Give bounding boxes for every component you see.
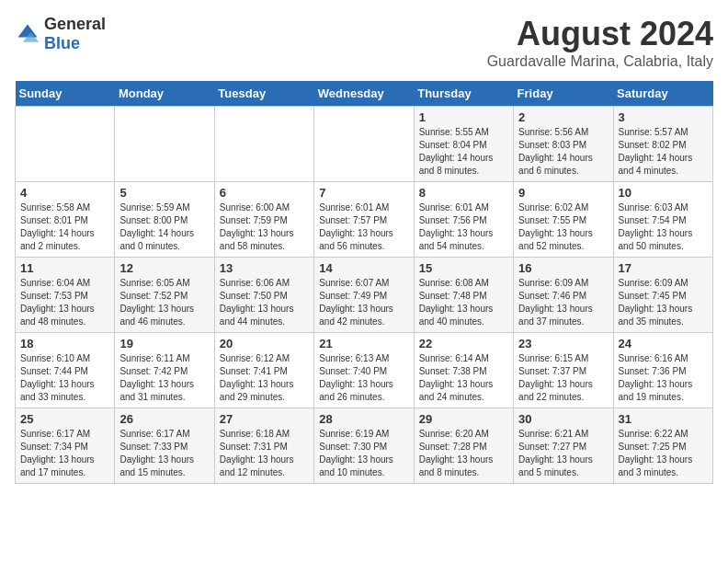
day-info: Sunrise: 6:00 AMSunset: 7:59 PMDaylight:… — [220, 201, 309, 253]
day-number: 1 — [419, 110, 508, 124]
calendar-cell: 15Sunrise: 6:08 AMSunset: 7:48 PMDayligh… — [414, 258, 513, 333]
calendar-cell — [314, 107, 414, 182]
day-info: Sunrise: 6:17 AMSunset: 7:34 PMDaylight:… — [20, 428, 109, 479]
day-info: Sunrise: 6:14 AMSunset: 7:38 PMDaylight:… — [419, 352, 508, 404]
calendar-cell: 26Sunrise: 6:17 AMSunset: 7:33 PMDayligh… — [115, 408, 214, 484]
day-info: Sunrise: 6:21 AMSunset: 7:27 PMDaylight:… — [518, 428, 608, 479]
calendar-cell: 1Sunrise: 5:55 AMSunset: 8:04 PMDaylight… — [414, 107, 513, 182]
day-info: Sunrise: 6:01 AMSunset: 7:56 PMDaylight:… — [419, 201, 508, 253]
column-header-wednesday: Wednesday — [314, 81, 414, 107]
calendar-cell: 21Sunrise: 6:13 AMSunset: 7:40 PMDayligh… — [314, 333, 414, 408]
day-info: Sunrise: 5:56 AMSunset: 8:03 PMDaylight:… — [518, 126, 608, 178]
column-header-sunday: Sunday — [16, 81, 115, 107]
calendar-cell: 28Sunrise: 6:19 AMSunset: 7:30 PMDayligh… — [314, 408, 414, 484]
svg-marker-0 — [18, 25, 38, 38]
calendar-cell: 20Sunrise: 6:12 AMSunset: 7:41 PMDayligh… — [214, 333, 313, 408]
calendar-cell: 24Sunrise: 6:16 AMSunset: 7:36 PMDayligh… — [613, 333, 712, 408]
day-number: 4 — [20, 186, 109, 200]
day-number: 12 — [119, 261, 209, 275]
calendar-cell: 2Sunrise: 5:56 AMSunset: 8:03 PMDaylight… — [514, 107, 613, 182]
day-number: 21 — [319, 337, 408, 350]
day-number: 15 — [419, 261, 508, 275]
day-info: Sunrise: 6:06 AMSunset: 7:50 PMDaylight:… — [220, 277, 309, 328]
calendar-cell: 29Sunrise: 6:20 AMSunset: 7:28 PMDayligh… — [414, 408, 513, 484]
day-number: 23 — [518, 337, 608, 350]
calendar-cell: 12Sunrise: 6:05 AMSunset: 7:52 PMDayligh… — [115, 258, 214, 333]
calendar-cell: 30Sunrise: 6:21 AMSunset: 7:27 PMDayligh… — [514, 408, 613, 484]
day-number: 5 — [119, 186, 209, 200]
day-info: Sunrise: 6:08 AMSunset: 7:48 PMDaylight:… — [419, 277, 508, 328]
calendar-cell: 3Sunrise: 5:57 AMSunset: 8:02 PMDaylight… — [613, 107, 712, 182]
calendar-cell: 22Sunrise: 6:14 AMSunset: 7:38 PMDayligh… — [414, 333, 513, 408]
day-info: Sunrise: 6:15 AMSunset: 7:37 PMDaylight:… — [518, 352, 608, 404]
day-number: 27 — [220, 412, 309, 426]
day-number: 11 — [20, 261, 109, 275]
day-info: Sunrise: 5:57 AMSunset: 8:02 PMDaylight:… — [619, 126, 708, 178]
day-number: 30 — [518, 412, 608, 426]
calendar-cell: 8Sunrise: 6:01 AMSunset: 7:56 PMDaylight… — [414, 182, 513, 258]
calendar-cell: 25Sunrise: 6:17 AMSunset: 7:34 PMDayligh… — [16, 408, 115, 484]
column-header-saturday: Saturday — [613, 81, 712, 107]
day-number: 22 — [419, 337, 508, 350]
calendar-cell: 11Sunrise: 6:04 AMSunset: 7:53 PMDayligh… — [16, 258, 115, 333]
day-info: Sunrise: 6:16 AMSunset: 7:36 PMDaylight:… — [619, 352, 708, 404]
day-number: 10 — [619, 186, 708, 200]
logo-text-general: General — [44, 15, 106, 33]
column-header-monday: Monday — [115, 81, 214, 107]
day-number: 20 — [220, 337, 309, 350]
calendar-cell: 16Sunrise: 6:09 AMSunset: 7:46 PMDayligh… — [514, 258, 613, 333]
day-info: Sunrise: 5:59 AMSunset: 8:00 PMDaylight:… — [119, 201, 209, 253]
day-info: Sunrise: 6:20 AMSunset: 7:28 PMDaylight:… — [419, 428, 508, 479]
day-info: Sunrise: 6:22 AMSunset: 7:25 PMDaylight:… — [619, 428, 708, 479]
title-area: August 2024 Guardavalle Marina, Calabria… — [487, 15, 713, 70]
subtitle: Guardavalle Marina, Calabria, Italy — [487, 53, 713, 70]
calendar-cell: 6Sunrise: 6:00 AMSunset: 7:59 PMDaylight… — [214, 182, 313, 258]
calendar-cell: 4Sunrise: 5:58 AMSunset: 8:01 PMDaylight… — [16, 182, 115, 258]
calendar-cell — [214, 107, 313, 182]
day-number: 24 — [619, 337, 708, 350]
logo-text-blue: Blue — [44, 34, 80, 52]
day-info: Sunrise: 6:19 AMSunset: 7:30 PMDaylight:… — [319, 428, 408, 479]
day-number: 13 — [220, 261, 309, 275]
day-info: Sunrise: 6:09 AMSunset: 7:46 PMDaylight:… — [518, 277, 608, 328]
day-info: Sunrise: 6:10 AMSunset: 7:44 PMDaylight:… — [20, 352, 109, 404]
header: General Blue August 2024 Guardavalle Mar… — [15, 15, 713, 70]
day-number: 2 — [518, 110, 608, 124]
day-info: Sunrise: 6:12 AMSunset: 7:41 PMDaylight:… — [220, 352, 309, 404]
day-info: Sunrise: 6:02 AMSunset: 7:55 PMDaylight:… — [518, 201, 608, 253]
day-number: 25 — [20, 412, 109, 426]
calendar-cell: 10Sunrise: 6:03 AMSunset: 7:54 PMDayligh… — [613, 182, 712, 258]
day-number: 18 — [20, 337, 109, 350]
calendar-cell: 31Sunrise: 6:22 AMSunset: 7:25 PMDayligh… — [613, 408, 712, 484]
day-number: 26 — [119, 412, 209, 426]
calendar-cell: 13Sunrise: 6:06 AMSunset: 7:50 PMDayligh… — [214, 258, 313, 333]
calendar-cell: 5Sunrise: 5:59 AMSunset: 8:00 PMDaylight… — [115, 182, 214, 258]
main-title: August 2024 — [487, 15, 713, 53]
calendar-cell: 18Sunrise: 6:10 AMSunset: 7:44 PMDayligh… — [16, 333, 115, 408]
day-number: 3 — [619, 110, 708, 124]
calendar-cell — [115, 107, 214, 182]
day-info: Sunrise: 6:09 AMSunset: 7:45 PMDaylight:… — [619, 277, 708, 328]
day-info: Sunrise: 5:58 AMSunset: 8:01 PMDaylight:… — [20, 201, 109, 253]
calendar-cell: 27Sunrise: 6:18 AMSunset: 7:31 PMDayligh… — [214, 408, 313, 484]
day-number: 9 — [518, 186, 608, 200]
column-header-tuesday: Tuesday — [214, 81, 313, 107]
day-info: Sunrise: 6:18 AMSunset: 7:31 PMDaylight:… — [220, 428, 309, 479]
day-number: 7 — [319, 186, 408, 200]
day-number: 8 — [419, 186, 508, 200]
day-info: Sunrise: 6:17 AMSunset: 7:33 PMDaylight:… — [119, 428, 209, 479]
day-info: Sunrise: 6:04 AMSunset: 7:53 PMDaylight:… — [20, 277, 109, 328]
calendar-table: SundayMondayTuesdayWednesdayThursdayFrid… — [15, 81, 713, 484]
day-number: 29 — [419, 412, 508, 426]
column-header-thursday: Thursday — [414, 81, 513, 107]
day-info: Sunrise: 5:55 AMSunset: 8:04 PMDaylight:… — [419, 126, 508, 178]
day-info: Sunrise: 6:01 AMSunset: 7:57 PMDaylight:… — [319, 201, 408, 253]
day-number: 28 — [319, 412, 408, 426]
column-header-friday: Friday — [514, 81, 613, 107]
day-number: 31 — [619, 412, 708, 426]
calendar-cell: 23Sunrise: 6:15 AMSunset: 7:37 PMDayligh… — [514, 333, 613, 408]
logo: General Blue — [15, 15, 106, 53]
calendar-cell: 7Sunrise: 6:01 AMSunset: 7:57 PMDaylight… — [314, 182, 414, 258]
calendar-cell — [16, 107, 115, 182]
day-info: Sunrise: 6:11 AMSunset: 7:42 PMDaylight:… — [119, 352, 209, 404]
